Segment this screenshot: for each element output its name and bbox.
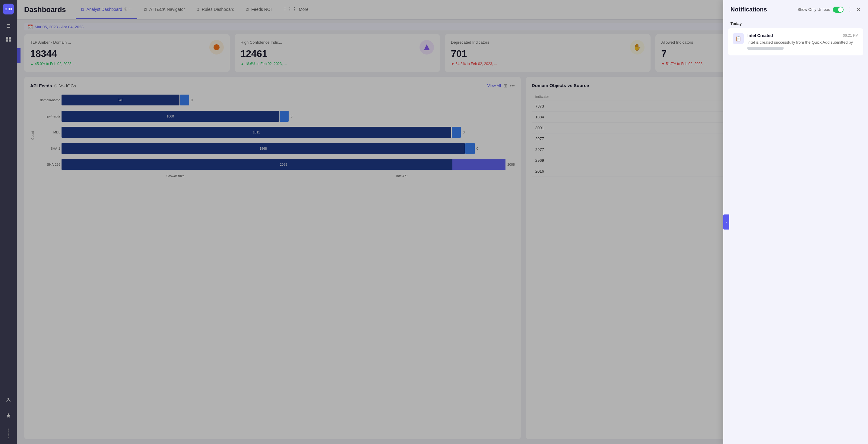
sidebar: CTIX ☰ CYWARE (0, 0, 17, 444)
show-unread-toggle[interactable] (833, 7, 843, 13)
svg-rect-1 (9, 37, 11, 39)
main-content: Dashboards 🖥 Analyst Dashboard ⓘ ⋯ 🖥 ATT… (17, 0, 868, 444)
notification-item-text-0: Intel is created successfully from the Q… (747, 40, 858, 50)
panel-side-handle[interactable]: › (723, 214, 729, 230)
notifications-title: Notifications (731, 6, 794, 13)
notifications-close-icon[interactable]: ✕ (856, 6, 861, 13)
menu-icon[interactable]: ☰ (3, 21, 14, 31)
notifications-header: Notifications Show Only Unread ⋮ ✕ (723, 0, 868, 19)
svg-rect-2 (6, 39, 8, 41)
dashboard-icon[interactable] (3, 34, 14, 44)
notification-item-0: 📋 Intel Created 06:21 PM Intel is create… (728, 28, 863, 56)
notification-item-title-0: Intel Created (747, 33, 773, 38)
redacted-text (747, 47, 783, 50)
svg-marker-5 (6, 413, 11, 418)
svg-rect-3 (9, 39, 11, 41)
notifications-section-today: Today (723, 19, 868, 28)
star-icon[interactable] (3, 410, 14, 421)
show-only-unread-control: Show Only Unread (798, 7, 843, 13)
notification-content-0: Intel Created 06:21 PM Intel is created … (747, 33, 858, 50)
show-only-unread-label: Show Only Unread (798, 7, 830, 12)
notifications-more-icon[interactable]: ⋮ (847, 6, 852, 13)
users-icon[interactable] (3, 394, 14, 405)
notification-icon-0: 📋 (733, 33, 744, 44)
toggle-knob (838, 7, 843, 12)
svg-point-4 (7, 398, 9, 400)
vendor-logo: CYWARE (7, 428, 10, 440)
svg-rect-0 (6, 37, 8, 39)
notification-item-header-0: Intel Created 06:21 PM (747, 33, 858, 38)
notifications-panel: › Notifications Show Only Unread ⋮ ✕ Tod… (723, 0, 868, 444)
app-logo[interactable]: CTIX (3, 4, 14, 14)
notification-item-time-0: 06:21 PM (843, 33, 858, 38)
